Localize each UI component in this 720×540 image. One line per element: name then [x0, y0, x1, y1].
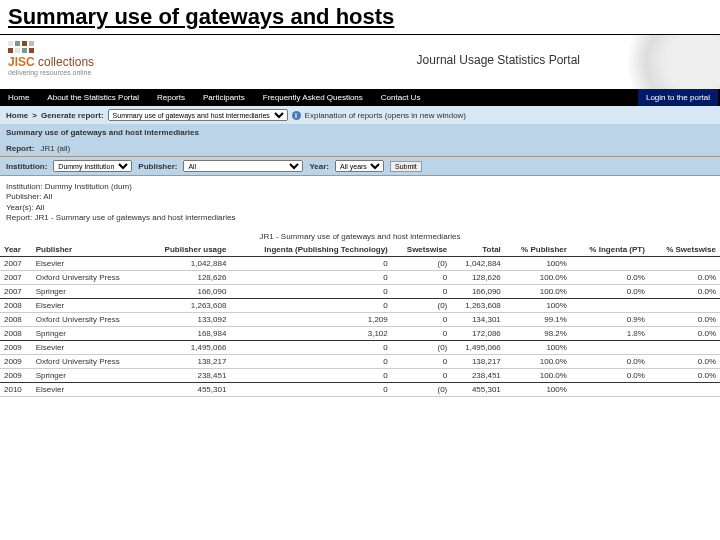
logo-tagline: delivering resources online [8, 69, 94, 76]
table-cell: 2009 [0, 368, 32, 382]
table-cell: Oxford University Press [32, 312, 145, 326]
col-header: % Swetswise [649, 243, 720, 257]
table-cell: 1,263,608 [451, 298, 505, 312]
table-cell: 128,626 [451, 270, 505, 284]
results-table: YearPublisherPublisher usageIngenta (Pub… [0, 243, 720, 397]
report-header: Summary use of gateways and host interme… [0, 124, 720, 141]
table-cell: 1,495,066 [451, 340, 505, 354]
table-cell: 0 [392, 270, 452, 284]
table-cell: 100.0% [505, 368, 571, 382]
nav-participants[interactable]: Participants [195, 89, 253, 106]
table-cell [649, 298, 720, 312]
table-cell: Oxford University Press [32, 354, 145, 368]
report-meta: Institution: Dummy Institution (dum) Pub… [0, 176, 720, 230]
table-cell: Oxford University Press [32, 270, 145, 284]
nav-contact[interactable]: Contact Us [373, 89, 429, 106]
table-cell: 166,090 [451, 284, 505, 298]
report-label: Report: [6, 144, 34, 153]
logo-dots-icon [8, 41, 94, 53]
table-cell: 2007 [0, 284, 32, 298]
report-select[interactable]: Summary use of gateways and host interme… [108, 109, 288, 121]
table-cell [571, 382, 649, 396]
table-cell: 455,301 [145, 382, 231, 396]
table-cell: 98.2% [505, 326, 571, 340]
col-header: Publisher [32, 243, 145, 257]
portal-title: Journal Usage Statistics Portal [417, 53, 580, 67]
nav-faq[interactable]: Frequently Asked Questions [255, 89, 371, 106]
nav-login[interactable]: Login to the portal [638, 89, 718, 106]
table-cell: 138,217 [145, 354, 231, 368]
table-cell: 1,209 [230, 312, 391, 326]
year-label: Year: [309, 162, 329, 171]
logo-text: JISC collections [8, 55, 94, 69]
table-cell: 100.0% [505, 284, 571, 298]
table-cell: 0.0% [649, 270, 720, 284]
year-select[interactable]: All years [335, 160, 384, 172]
table-cell: 0 [230, 382, 391, 396]
table-cell: 138,217 [451, 354, 505, 368]
table-cell: 0.0% [649, 312, 720, 326]
table-cell: 100.0% [505, 270, 571, 284]
table-cell: 1.8% [571, 326, 649, 340]
filter-row-1: Report: JR1 (all) [0, 141, 720, 157]
table-cell: 0.0% [571, 354, 649, 368]
table-cell [571, 340, 649, 354]
table-cell: 0 [230, 284, 391, 298]
table-cell [649, 340, 720, 354]
table-cell: 100% [505, 298, 571, 312]
table-cell: 0.0% [571, 368, 649, 382]
table-cell: (0) [392, 382, 452, 396]
table-cell: 0.0% [571, 284, 649, 298]
table-cell [571, 256, 649, 270]
institution-select[interactable]: Dummy Institution [53, 160, 132, 172]
table-cell: 100.0% [505, 354, 571, 368]
table-row: 2010Elsevier455,3010(0)455,301100% [0, 382, 720, 396]
breadcrumb-home[interactable]: Home [6, 111, 28, 120]
col-header: % Publisher [505, 243, 571, 257]
table-cell: 0 [230, 270, 391, 284]
table-row: 2008Oxford University Press133,0921,2090… [0, 312, 720, 326]
explain-link[interactable]: Explanation of reports (opens in new win… [305, 111, 466, 120]
table-cell: 99.1% [505, 312, 571, 326]
table-cell: 0 [230, 298, 391, 312]
table-cell: 100% [505, 382, 571, 396]
table-cell: 134,301 [451, 312, 505, 326]
table-row: 2009Springer238,45100238,451100.0%0.0%0.… [0, 368, 720, 382]
table-cell [571, 298, 649, 312]
table-cell: 2009 [0, 340, 32, 354]
meta-report: Report: JR1 - Summary use of gateways an… [6, 213, 714, 223]
table-title: JR1 - Summary use of gateways and host i… [0, 230, 720, 243]
table-cell: 0 [230, 340, 391, 354]
table-cell: 0.9% [571, 312, 649, 326]
table-cell: 3,102 [230, 326, 391, 340]
nav-home[interactable]: Home [0, 89, 37, 106]
table-cell: (0) [392, 298, 452, 312]
table-cell: 0 [392, 284, 452, 298]
nav-reports[interactable]: Reports [149, 89, 193, 106]
publisher-select[interactable]: All [183, 160, 303, 172]
table-cell: 1,042,884 [145, 256, 231, 270]
table-row: 2008Elsevier1,263,6080(0)1,263,608100% [0, 298, 720, 312]
info-icon[interactable]: i [292, 111, 301, 120]
col-header: Publisher usage [145, 243, 231, 257]
meta-years: Year(s): All [6, 203, 714, 213]
col-header: % Ingenta (PT) [571, 243, 649, 257]
header: JISC collections delivering resources on… [0, 35, 720, 89]
table-cell: 1,495,066 [145, 340, 231, 354]
table-cell [649, 256, 720, 270]
table-row: 2007Elsevier1,042,8840(0)1,042,884100% [0, 256, 720, 270]
table-row: 2007Springer166,09000166,090100.0%0.0%0.… [0, 284, 720, 298]
meta-publisher: Publisher: All [6, 192, 714, 202]
col-header: Ingenta (Publishing Technology) [230, 243, 391, 257]
table-cell: Elsevier [32, 256, 145, 270]
submit-button[interactable]: Submit [390, 161, 422, 172]
table-cell: 172,086 [451, 326, 505, 340]
breadcrumb: Home > Generate report: Summary use of g… [0, 106, 720, 124]
table-cell [649, 382, 720, 396]
table-cell: 0 [230, 368, 391, 382]
table-cell: 0.0% [649, 326, 720, 340]
col-header: Year [0, 243, 32, 257]
table-cell: 2007 [0, 256, 32, 270]
nav-about[interactable]: About the Statistics Portal [39, 89, 147, 106]
table-cell: 100% [505, 256, 571, 270]
